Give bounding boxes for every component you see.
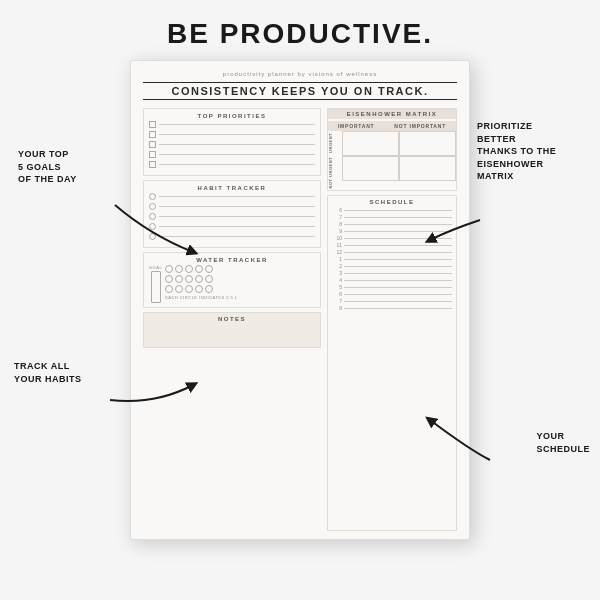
water-circle[interactable]	[175, 275, 183, 283]
eisenhower-label: EISENHOWER MATRIX	[328, 109, 456, 119]
schedule-row: 12	[332, 249, 452, 255]
schedule-section: SCHEDULE 6 7 8 9 10 11 12 1 2 3 4 5 6 7 …	[327, 195, 457, 531]
priority-line	[159, 134, 315, 135]
top-priorities-label: TOP PRIORITIES	[149, 113, 315, 119]
schedule-row: 2	[332, 263, 452, 269]
schedule-row: 5	[332, 284, 452, 290]
habit-row	[149, 213, 315, 220]
schedule-row: 8	[332, 221, 452, 227]
water-circle[interactable]	[205, 265, 213, 273]
priority-line	[159, 154, 315, 155]
water-circle[interactable]	[175, 285, 183, 293]
schedule-row: 3	[332, 270, 452, 276]
water-circle[interactable]	[175, 265, 183, 273]
habit-tracker-label: HABIT TRACKER	[149, 185, 315, 191]
eisenhower-header: IMPORTANT NOT IMPORTANT	[328, 121, 456, 131]
annotation-track-habits: TRACK ALL YOUR HABITS	[14, 360, 82, 385]
annotation-top-goals: YOUR TOP 5 GOALS OF THE DAY	[18, 148, 77, 186]
water-circle[interactable]	[195, 275, 203, 283]
schedule-row: 6	[332, 291, 452, 297]
schedule-hour: 2	[332, 263, 342, 269]
schedule-hour: 5	[332, 284, 342, 290]
water-circle[interactable]	[195, 265, 203, 273]
schedule-hour: 7	[332, 214, 342, 220]
habit-circle[interactable]	[149, 213, 156, 220]
habit-circle[interactable]	[149, 223, 156, 230]
schedule-row: 11	[332, 242, 452, 248]
eisenhower-row-labels: URGENT NOT URGENT	[328, 131, 342, 190]
schedule-hour: 3	[332, 270, 342, 276]
schedule-label: SCHEDULE	[332, 199, 452, 205]
priority-checkbox[interactable]	[149, 131, 156, 138]
habit-circle[interactable]	[149, 203, 156, 210]
schedule-row: 6	[332, 207, 452, 213]
water-circle[interactable]	[205, 275, 213, 283]
water-tracker-section: WATER TRACKER GOAL EACH CIRCLE INDICATES…	[143, 252, 321, 308]
habit-line	[159, 206, 315, 207]
water-circle[interactable]	[185, 275, 193, 283]
schedule-hour: 7	[332, 298, 342, 304]
schedule-rows: 6 7 8 9 10 11 12 1 2 3 4 5 6 7 8	[332, 207, 452, 311]
schedule-row: 7	[332, 214, 452, 220]
schedule-row: 8	[332, 305, 452, 311]
priority-row	[149, 121, 315, 128]
notes-section: NOTES	[143, 312, 321, 348]
habit-line	[159, 216, 315, 217]
eisen-cell-q1	[342, 131, 399, 156]
water-circle[interactable]	[165, 285, 173, 293]
not-important-label: NOT IMPORTANT	[394, 123, 446, 129]
eisen-cell-q4	[399, 156, 456, 181]
water-circle[interactable]	[195, 285, 203, 293]
water-circles-row	[165, 265, 238, 293]
eisen-cell-q3	[342, 156, 399, 181]
habit-line	[159, 196, 315, 197]
not-urgent-label: NOT URGENT	[328, 155, 342, 190]
water-circle[interactable]	[185, 265, 193, 273]
schedule-hour: 8	[332, 305, 342, 311]
water-circle[interactable]	[165, 275, 173, 283]
eisenhower-grid	[342, 131, 456, 181]
habit-row	[149, 233, 315, 240]
eisenhower-body: URGENT NOT URGENT	[328, 131, 456, 190]
priority-checkbox[interactable]	[149, 151, 156, 158]
water-circle[interactable]	[185, 285, 193, 293]
habit-line	[159, 226, 315, 227]
annotation-prioritize: PRIORITIZE BETTER THANKS TO THE EISENHOW…	[477, 120, 592, 183]
schedule-hour: 6	[332, 207, 342, 213]
water-tracker-label: WATER TRACKER	[149, 257, 315, 263]
top-priorities-section: TOP PRIORITIES	[143, 108, 321, 176]
habit-row	[149, 203, 315, 210]
eisen-cell-q2	[399, 131, 456, 156]
priority-row	[149, 161, 315, 168]
urgent-label: URGENT	[328, 131, 342, 155]
water-goal-rect	[151, 271, 161, 303]
priority-line	[159, 144, 315, 145]
planner-document: productivity planner by visions of welln…	[130, 60, 470, 540]
priority-row	[149, 151, 315, 158]
page-title: BE PRODUCTIVE.	[0, 0, 600, 50]
habit-row	[149, 223, 315, 230]
schedule-hour: 11	[332, 242, 342, 248]
habit-line	[159, 236, 315, 237]
schedule-row: 4	[332, 277, 452, 283]
eisenhower-section: EISENHOWER MATRIX IMPORTANT NOT IMPORTAN…	[327, 108, 457, 191]
priority-checkbox[interactable]	[149, 141, 156, 148]
habit-circle[interactable]	[149, 193, 156, 200]
priority-row	[149, 131, 315, 138]
habit-circle[interactable]	[149, 233, 156, 240]
schedule-hour: 1	[332, 256, 342, 262]
water-circle[interactable]	[205, 285, 213, 293]
priority-checkbox[interactable]	[149, 121, 156, 128]
water-note: EACH CIRCLE INDICATES 0.5 L	[165, 295, 238, 300]
habit-row	[149, 193, 315, 200]
habit-tracker-section: HABIT TRACKER	[143, 180, 321, 248]
schedule-hour: 9	[332, 228, 342, 234]
water-goal-box: GOAL	[149, 265, 162, 303]
schedule-hour: 6	[332, 291, 342, 297]
water-circle[interactable]	[165, 265, 173, 273]
schedule-row: 9	[332, 228, 452, 234]
schedule-row: 1	[332, 256, 452, 262]
priority-checkbox[interactable]	[149, 161, 156, 168]
priority-line	[159, 124, 315, 125]
schedule-hour: 4	[332, 277, 342, 283]
